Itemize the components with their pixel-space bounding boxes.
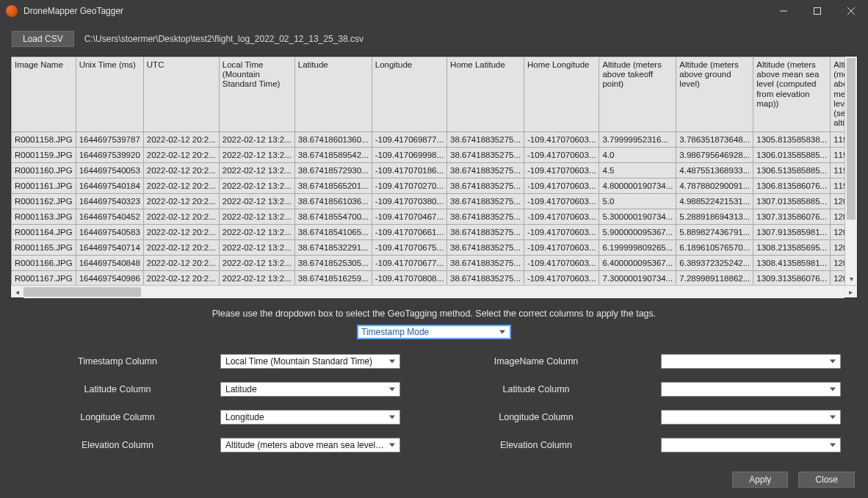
- table-cell[interactable]: -109.417070186...: [372, 162, 446, 178]
- table-cell[interactable]: 5.900000095367...: [599, 224, 676, 239]
- table-cell[interactable]: 4.487551368933...: [676, 162, 753, 178]
- table-cell[interactable]: 2022-02-12 20:2...: [143, 255, 219, 270]
- table-cell[interactable]: -109.417070675...: [372, 239, 446, 255]
- table-cell[interactable]: 2022-02-12 13:2...: [219, 193, 294, 209]
- maximize-button[interactable]: [800, 0, 834, 22]
- table-row[interactable]: R0001165.JPG16446975407142022-02-12 20:2…: [12, 239, 858, 255]
- minimize-button[interactable]: [767, 0, 800, 22]
- table-row[interactable]: R0001163.JPG16446975404522022-02-12 20:2…: [12, 209, 858, 224]
- table-cell[interactable]: -109.417070603...: [524, 147, 599, 162]
- table-cell[interactable]: 2022-02-12 20:2...: [143, 270, 219, 285]
- close-window-button[interactable]: [834, 0, 868, 22]
- table-cell[interactable]: 38.67418541065...: [294, 224, 372, 239]
- table-cell[interactable]: 2022-02-12 13:2...: [219, 255, 294, 270]
- table-row[interactable]: R0001161.JPG16446975401842022-02-12 20:2…: [12, 178, 858, 193]
- table-cell[interactable]: 4.800000190734...: [599, 178, 676, 193]
- table-row[interactable]: R0001164.JPG16446975405832022-02-12 20:2…: [12, 224, 858, 239]
- table-cell[interactable]: 38.67418572930...: [294, 162, 372, 178]
- table-cell[interactable]: -109.417070808...: [372, 270, 446, 285]
- table-cell[interactable]: 38.67418835275...: [447, 178, 524, 193]
- table-cell[interactable]: 1644697540452: [76, 209, 143, 224]
- table-row[interactable]: R0001159.JPG16446975399202022-02-12 20:2…: [12, 147, 858, 162]
- table-cell[interactable]: 5.0: [599, 193, 676, 209]
- table-cell[interactable]: 2022-02-12 13:2...: [219, 224, 294, 239]
- scroll-left-icon[interactable]: ◂: [11, 286, 23, 298]
- column-header[interactable]: Altitude (meters above ground level): [676, 57, 753, 132]
- latitude-column-select-left[interactable]: Latitude: [220, 382, 400, 397]
- table-cell[interactable]: 7.300000190734...: [599, 270, 676, 285]
- table-cell[interactable]: -109.417070603...: [524, 131, 599, 147]
- table-cell[interactable]: 38.67418835275...: [447, 239, 524, 255]
- table-cell[interactable]: -109.417070603...: [524, 178, 599, 193]
- table-cell[interactable]: -109.417070270...: [372, 178, 446, 193]
- table-row[interactable]: R0001158.JPG16446975397872022-02-12 20:2…: [12, 131, 858, 147]
- table-cell[interactable]: 38.67418835275...: [447, 255, 524, 270]
- table-cell[interactable]: -109.417069877...: [372, 131, 446, 147]
- table-cell[interactable]: 1644697539920: [76, 147, 143, 162]
- table-cell[interactable]: 1644697540184: [76, 178, 143, 193]
- table-cell[interactable]: 5.288918694313...: [676, 209, 753, 224]
- table-cell[interactable]: 2022-02-12 13:2...: [219, 239, 294, 255]
- table-cell[interactable]: 1305.813585838...: [753, 131, 831, 147]
- table-cell[interactable]: 1309.313586076...: [753, 270, 831, 285]
- table-cell[interactable]: R0001158.JPG: [12, 131, 76, 147]
- geotag-mode-select[interactable]: Timestamp Mode: [357, 325, 511, 339]
- table-cell[interactable]: 1308.413585981...: [753, 255, 831, 270]
- table-cell[interactable]: 1644697540053: [76, 162, 143, 178]
- table-cell[interactable]: 2022-02-12 20:2...: [143, 209, 219, 224]
- grid-table[interactable]: Image NameUnix Time (ms)UTCLocal Time (M…: [11, 57, 857, 285]
- column-header[interactable]: Local Time (Mountain Standard Time): [219, 57, 294, 132]
- table-cell[interactable]: -109.417070603...: [524, 193, 599, 209]
- table-cell[interactable]: -109.417070603...: [524, 239, 599, 255]
- table-cell[interactable]: 4.787880290091...: [676, 178, 753, 193]
- load-csv-button[interactable]: Load CSV: [12, 31, 74, 47]
- elevation-column-select-left[interactable]: Altitude (meters above mean sea level (s…: [220, 438, 400, 452]
- column-header[interactable]: Altitude (meters above mean sea level (c…: [753, 57, 831, 132]
- column-header[interactable]: Image Name: [12, 57, 76, 132]
- table-cell[interactable]: 1307.013585885...: [753, 193, 831, 209]
- table-cell[interactable]: 1644697540583: [76, 224, 143, 239]
- close-button[interactable]: Close: [798, 472, 855, 488]
- table-row[interactable]: R0001162.JPG16446975403232022-02-12 20:2…: [12, 193, 858, 209]
- vertical-scrollbar[interactable]: ▾: [845, 57, 857, 285]
- table-cell[interactable]: 38.67418835275...: [447, 147, 524, 162]
- horizontal-scrollbar[interactable]: ◂ ▸: [11, 285, 857, 297]
- table-cell[interactable]: 4.988522421531...: [676, 193, 753, 209]
- table-cell[interactable]: 38.67418835275...: [447, 209, 524, 224]
- table-cell[interactable]: -109.417070467...: [372, 209, 446, 224]
- table-cell[interactable]: 38.67418525305...: [294, 255, 372, 270]
- table-cell[interactable]: 38.67418516259...: [294, 270, 372, 285]
- longitude-column-select-left[interactable]: Longitude: [220, 410, 400, 425]
- table-cell[interactable]: 2022-02-12 20:2...: [143, 193, 219, 209]
- table-cell[interactable]: 2022-02-12 13:2...: [219, 162, 294, 178]
- table-cell[interactable]: 1308.213585695...: [753, 239, 831, 255]
- table-cell[interactable]: 38.67418565201...: [294, 178, 372, 193]
- table-row[interactable]: R0001167.JPG16446975409862022-02-12 20:2…: [12, 270, 858, 285]
- table-cell[interactable]: 1306.013585885...: [753, 147, 831, 162]
- table-cell[interactable]: 1307.313586076...: [753, 209, 831, 224]
- table-cell[interactable]: R0001167.JPG: [12, 270, 76, 285]
- table-row[interactable]: R0001160.JPG16446975400532022-02-12 20:2…: [12, 162, 858, 178]
- latitude-column-select-right[interactable]: [661, 382, 841, 397]
- table-cell[interactable]: 1644697540848: [76, 255, 143, 270]
- table-cell[interactable]: 1644697539787: [76, 131, 143, 147]
- table-cell[interactable]: -109.417070603...: [524, 224, 599, 239]
- table-cell[interactable]: 3.986795646928...: [676, 147, 753, 162]
- table-cell[interactable]: 6.199999809265...: [599, 239, 676, 255]
- column-header[interactable]: Longitude: [372, 57, 446, 132]
- table-cell[interactable]: R0001159.JPG: [12, 147, 76, 162]
- table-cell[interactable]: 6.389372325242...: [676, 255, 753, 270]
- table-cell[interactable]: 2022-02-12 20:2...: [143, 224, 219, 239]
- column-header[interactable]: UTC: [143, 57, 219, 132]
- timestamp-column-select[interactable]: Local Time (Mountain Standard Time): [220, 354, 400, 369]
- table-cell[interactable]: 2022-02-12 13:2...: [219, 270, 294, 285]
- table-cell[interactable]: -109.417070380...: [372, 193, 446, 209]
- table-cell[interactable]: 2022-02-12 20:2...: [143, 239, 219, 255]
- table-cell[interactable]: 2022-02-12 13:2...: [219, 147, 294, 162]
- column-header[interactable]: Home Longitude: [524, 57, 599, 132]
- table-cell[interactable]: 38.67418835275...: [447, 131, 524, 147]
- table-cell[interactable]: -109.417069998...: [372, 147, 446, 162]
- table-cell[interactable]: R0001161.JPG: [12, 178, 76, 193]
- table-cell[interactable]: -109.417070603...: [524, 255, 599, 270]
- table-cell[interactable]: 38.67418835275...: [447, 224, 524, 239]
